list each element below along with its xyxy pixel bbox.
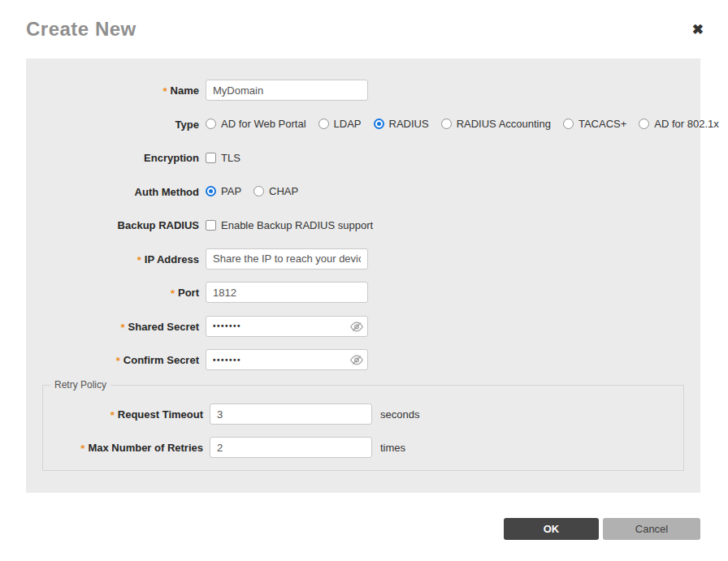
confirm-secret-label: Confirm Secret: [124, 354, 199, 366]
form-panel: *Name Type AD for Web Portal LDAP RADIUS…: [26, 58, 700, 493]
auth-option-chap[interactable]: CHAP: [254, 185, 298, 197]
required-marker: *: [110, 409, 115, 421]
shared-secret-row: *Shared Secret: [26, 316, 700, 337]
tls-checkbox-option[interactable]: TLS: [206, 152, 240, 164]
confirm-secret-input[interactable]: [206, 349, 368, 370]
radio-icon[interactable]: [639, 119, 649, 129]
name-input[interactable]: [206, 80, 368, 101]
radio-icon[interactable]: [563, 119, 574, 129]
checkbox-icon[interactable]: [206, 220, 216, 231]
required-marker: *: [163, 85, 167, 97]
encryption-label: Encryption: [144, 152, 199, 164]
ip-address-input[interactable]: [206, 248, 368, 270]
close-icon[interactable]: ✖: [692, 23, 704, 37]
max-retries-row: *Max Number of Retries times: [43, 437, 683, 458]
eye-off-icon[interactable]: [350, 321, 363, 332]
type-option-tacacs[interactable]: TACACS+: [563, 118, 626, 130]
port-label: Port: [178, 287, 199, 299]
retry-policy-fieldset: Retry Policy *Request Timeout seconds *M…: [42, 379, 684, 471]
port-row: *Port: [26, 282, 700, 303]
dialog-title: Create New: [26, 18, 136, 41]
create-new-dialog: Create New ✖ *Name Type AD for Web Porta…: [0, 0, 728, 561]
ok-button[interactable]: OK: [504, 518, 599, 540]
checkbox-icon[interactable]: [206, 153, 216, 163]
backup-radius-label: Backup RADIUS: [118, 219, 199, 231]
type-label: Type: [176, 119, 199, 131]
request-timeout-label: Request Timeout: [118, 408, 203, 421]
request-timeout-input[interactable]: [210, 403, 372, 425]
dialog-header: Create New ✖: [26, 18, 704, 41]
radio-icon[interactable]: [441, 119, 452, 129]
max-retries-suffix: times: [380, 442, 405, 454]
type-option-ldap[interactable]: LDAP: [318, 118, 362, 130]
radio-icon[interactable]: [254, 186, 264, 196]
radio-icon-selected[interactable]: [374, 119, 384, 129]
auth-method-row: Auth Method PAP CHAP: [26, 181, 700, 202]
type-option-ad-web-portal[interactable]: AD for Web Portal: [206, 118, 306, 130]
request-timeout-row: *Request Timeout seconds: [43, 403, 683, 425]
shared-secret-input[interactable]: [206, 316, 368, 337]
type-row: Type AD for Web Portal LDAP RADIUS RADIU…: [26, 114, 700, 135]
cancel-button[interactable]: Cancel: [603, 518, 700, 540]
radio-icon[interactable]: [206, 119, 216, 129]
ip-address-label: IP Address: [145, 253, 199, 265]
retry-policy-legend: Retry Policy: [50, 379, 110, 391]
name-row: *Name: [26, 80, 700, 101]
auth-method-label: Auth Method: [135, 186, 199, 198]
name-label: Name: [171, 84, 199, 97]
backup-radius-row: Backup RADIUS Enable Backup RADIUS suppo…: [26, 214, 700, 235]
port-input[interactable]: [206, 282, 368, 303]
required-marker: *: [137, 254, 141, 266]
auth-option-pap[interactable]: PAP: [206, 185, 241, 197]
ip-address-row: *IP Address: [26, 248, 700, 270]
required-marker: *: [116, 355, 120, 367]
shared-secret-label: Shared Secret: [128, 321, 199, 333]
encryption-row: Encryption TLS: [26, 147, 700, 168]
type-option-radius[interactable]: RADIUS: [374, 118, 429, 130]
radio-icon[interactable]: [318, 119, 329, 129]
max-retries-label: Max Number of Retries: [88, 442, 203, 454]
backup-radius-checkbox-option[interactable]: Enable Backup RADIUS support: [206, 219, 373, 231]
required-marker: *: [121, 321, 125, 334]
eye-off-icon[interactable]: [350, 355, 363, 365]
type-option-radius-accounting[interactable]: RADIUS Accounting: [441, 118, 551, 130]
request-timeout-suffix: seconds: [380, 408, 419, 421]
radio-icon-selected[interactable]: [206, 186, 216, 196]
required-marker: *: [80, 442, 84, 455]
dialog-footer: OK Cancel: [504, 518, 700, 540]
required-marker: *: [171, 287, 175, 300]
confirm-secret-row: *Confirm Secret: [26, 349, 700, 370]
max-retries-input[interactable]: [210, 437, 372, 458]
type-option-ad-8021x[interactable]: AD for 802.1x: [639, 118, 719, 130]
